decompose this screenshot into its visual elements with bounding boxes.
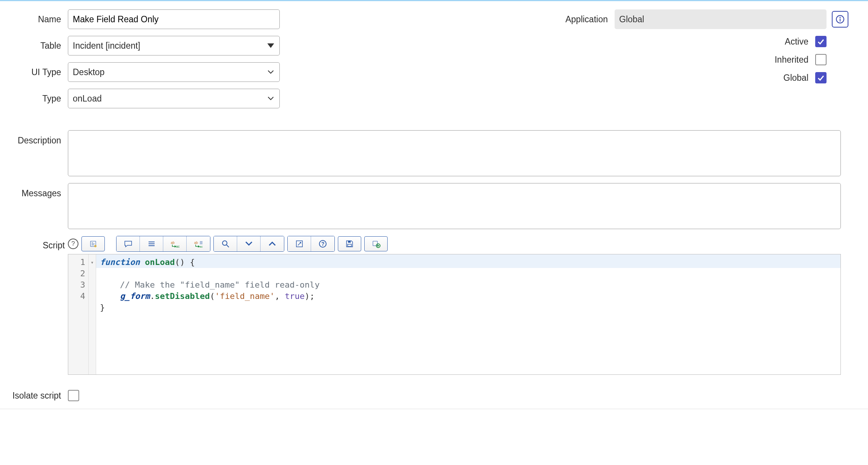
- find-next-button[interactable]: [237, 236, 261, 251]
- caret-down-icon: [267, 43, 274, 48]
- check-icon: [817, 74, 825, 82]
- comment-button[interactable]: [117, 236, 140, 251]
- svg-text:ab: ab: [171, 241, 175, 245]
- global-checkbox[interactable]: [815, 72, 827, 83]
- replace-all-button[interactable]: abac: [187, 236, 210, 251]
- editor-gutter: 1234: [68, 254, 89, 374]
- svg-marker-0: [267, 43, 274, 48]
- table-select-value: Incident [incident]: [73, 41, 140, 51]
- help-icon[interactable]: ?: [68, 239, 78, 249]
- help-button[interactable]: ?: [311, 236, 334, 251]
- svg-point-11: [222, 241, 227, 245]
- search-icon: [221, 240, 230, 248]
- syntax-button[interactable]: [81, 236, 105, 251]
- chevron-down-icon: [267, 96, 274, 101]
- name-input[interactable]: [68, 9, 280, 29]
- client-script-form: Name Table Incident [incident] UI Type D…: [0, 0, 868, 409]
- search-button[interactable]: [214, 236, 237, 251]
- script-debugger-button[interactable]: [364, 236, 388, 251]
- uitype-label: UI Type: [5, 67, 68, 77]
- chevron-down-icon: [245, 241, 253, 247]
- svg-text:ab: ab: [194, 241, 198, 245]
- application-value-text: Global: [619, 14, 644, 25]
- save-button[interactable]: [338, 236, 361, 251]
- comment-icon: [124, 240, 133, 248]
- left-column: Name Table Incident [incident] UI Type D…: [5, 9, 291, 115]
- svg-point-4: [94, 245, 97, 247]
- replace-button[interactable]: abac: [163, 236, 187, 251]
- table-select[interactable]: Incident [incident]: [68, 36, 280, 55]
- active-label: Active: [785, 37, 815, 47]
- svg-line-12: [227, 245, 229, 247]
- replace-icon: abac: [170, 240, 180, 248]
- script-toolbar: ? abac abac ?: [68, 236, 841, 252]
- name-label: Name: [5, 14, 68, 25]
- type-label: Type: [5, 94, 68, 104]
- toolbar-group-3: ?: [287, 236, 335, 252]
- svg-marker-19: [377, 245, 379, 247]
- isolate-checkbox[interactable]: [68, 390, 79, 401]
- global-label: Global: [784, 73, 815, 83]
- top-grid: Name Table Incident [incident] UI Type D…: [5, 9, 863, 115]
- script-label: Script: [5, 236, 68, 251]
- uitype-select-value: Desktop: [73, 67, 104, 77]
- application-value: Global: [615, 9, 827, 29]
- editor-fold-column: ▾: [89, 254, 96, 374]
- chevron-down-icon: [267, 70, 274, 74]
- editor-code[interactable]: function onLoad() { // Make the "field_n…: [96, 254, 840, 374]
- debug-icon: [371, 240, 380, 248]
- code-editor[interactable]: 1234 ▾ function onLoad() { // Make the "…: [68, 254, 841, 375]
- inherited-label: Inherited: [774, 55, 815, 65]
- save-icon: [345, 240, 354, 248]
- isolate-label: Isolate script: [5, 391, 68, 401]
- active-checkbox[interactable]: [815, 36, 827, 47]
- svg-rect-3: [840, 18, 840, 22]
- info-button[interactable]: [832, 11, 848, 28]
- chevron-up-icon: [268, 241, 276, 247]
- table-label: Table: [5, 41, 68, 51]
- application-label: Application: [565, 14, 615, 25]
- description-textarea[interactable]: [68, 130, 841, 176]
- description-label: Description: [5, 130, 68, 146]
- info-icon: [836, 15, 845, 24]
- svg-text:ac: ac: [176, 245, 180, 248]
- svg-rect-16: [348, 244, 351, 246]
- messages-textarea[interactable]: [68, 183, 841, 229]
- type-select-value: onLoad: [73, 94, 102, 104]
- check-icon: [817, 38, 825, 45]
- script-area: ? abac abac ?: [68, 236, 841, 375]
- find-prev-button[interactable]: [261, 236, 284, 251]
- script-icon: [89, 240, 97, 248]
- uitype-select[interactable]: Desktop: [68, 62, 280, 82]
- fullscreen-button[interactable]: [288, 236, 311, 251]
- right-column: Application Global Active: [291, 9, 863, 115]
- svg-rect-17: [348, 241, 351, 243]
- svg-text:?: ?: [321, 241, 325, 247]
- toolbar-group-1: abac abac: [116, 236, 210, 252]
- replace-all-icon: abac: [193, 240, 203, 248]
- toolbar-group-2: [213, 236, 284, 252]
- svg-text:ac: ac: [199, 245, 202, 248]
- messages-label: Messages: [5, 183, 68, 199]
- type-select[interactable]: onLoad: [68, 89, 280, 108]
- svg-point-2: [839, 17, 840, 18]
- format-icon: [147, 240, 156, 248]
- format-button[interactable]: [140, 236, 163, 251]
- inherited-checkbox[interactable]: [815, 54, 827, 65]
- expand-icon: [296, 240, 303, 248]
- help-circle-icon: ?: [319, 240, 327, 248]
